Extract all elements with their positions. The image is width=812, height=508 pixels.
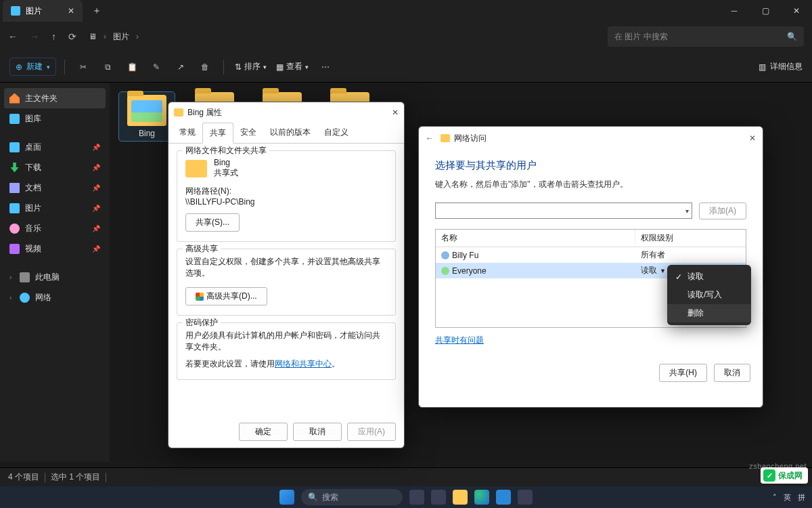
- network-center-link[interactable]: 网络和共享中心: [275, 359, 332, 368]
- dialog-titlebar[interactable]: Bing 属性 ✕: [168, 102, 404, 123]
- sidebar-item-thispc[interactable]: ›此电脑: [4, 267, 106, 287]
- folder-bing[interactable]: Bing: [119, 92, 175, 141]
- share-button[interactable]: 共享(S)...: [185, 213, 240, 232]
- delete-icon[interactable]: 🗑: [195, 57, 215, 77]
- group-title: 网络文件和文件夹共享: [183, 145, 269, 156]
- expand-icon[interactable]: ›: [9, 274, 12, 281]
- cancel-button[interactable]: 取消: [714, 364, 750, 382]
- ime-indicator[interactable]: 英: [784, 492, 791, 503]
- menu-readwrite[interactable]: 读取/写入: [667, 286, 751, 304]
- col-permission[interactable]: 权限级别: [635, 230, 746, 247]
- menu-label: 读取/写入: [687, 289, 722, 301]
- share-button[interactable]: 共享(H): [659, 364, 707, 382]
- permission-menu: ✓读取 读取/写入 删除: [667, 265, 751, 325]
- system-tray[interactable]: ˄ 英 拼: [773, 492, 805, 503]
- tab-general[interactable]: 常规: [173, 123, 202, 143]
- advanced-share-button[interactable]: 高级共享(D)...: [185, 287, 267, 305]
- thispc-icon: 🖥: [89, 32, 97, 41]
- user-row[interactable]: Billy Fu 所有者: [436, 247, 746, 263]
- share-icon[interactable]: ↗: [171, 57, 191, 77]
- sidebar-label: 图库: [25, 113, 41, 125]
- copy-icon[interactable]: ⧉: [97, 57, 118, 77]
- search-input[interactable]: 在 图片 中搜索 🔍: [608, 26, 804, 47]
- rename-icon[interactable]: ✎: [146, 57, 166, 77]
- watermark-text: 保成网: [778, 470, 803, 482]
- music-icon: [9, 224, 20, 234]
- apply-button[interactable]: 应用(A): [347, 423, 396, 441]
- close-icon[interactable]: ✕: [392, 108, 399, 117]
- sidebar-label: 视频: [25, 243, 41, 255]
- tab-share[interactable]: 共享: [202, 123, 233, 144]
- menu-remove[interactable]: 删除: [667, 304, 751, 322]
- breadcrumb-pictures[interactable]: 图片: [113, 31, 129, 43]
- tab-custom[interactable]: 自定义: [317, 123, 355, 143]
- search-placeholder: 在 图片 中搜索: [614, 31, 668, 43]
- start-button[interactable]: [279, 490, 294, 505]
- expand-icon[interactable]: ›: [9, 294, 12, 301]
- tray-chevron-icon[interactable]: ˄: [773, 493, 777, 502]
- details-pane-button[interactable]: ▥详细信息: [759, 61, 803, 72]
- new-label: 新建: [26, 61, 43, 72]
- pin-icon: 📌: [92, 225, 100, 232]
- tab-security[interactable]: 安全: [233, 123, 263, 143]
- sidebar-item-desktop[interactable]: 桌面📌: [4, 137, 106, 157]
- sidebar-item-music[interactable]: 音乐📌: [4, 218, 106, 238]
- user-combobox[interactable]: ▾: [435, 203, 692, 219]
- col-name[interactable]: 名称: [436, 230, 635, 247]
- close-icon[interactable]: ✕: [749, 133, 756, 143]
- add-button[interactable]: 添加(A): [699, 203, 746, 219]
- tab-previous[interactable]: 以前的版本: [263, 123, 317, 143]
- pwd-change-prefix: 若要更改此设置，请使用: [185, 359, 275, 368]
- refresh-icon[interactable]: ⟳: [68, 31, 76, 42]
- back-icon[interactable]: ←: [426, 133, 434, 143]
- window-tab[interactable]: 图片 ✕: [3, 0, 83, 22]
- forward-icon[interactable]: →: [30, 31, 39, 42]
- up-icon[interactable]: ↑: [51, 31, 56, 42]
- sidebar-item-gallery[interactable]: 图库: [4, 108, 106, 129]
- task-icon[interactable]: [409, 490, 424, 505]
- watermark-badge: 保成网: [761, 467, 808, 484]
- help-link[interactable]: 共享时有问题: [435, 335, 484, 345]
- chevron-down-icon: ▾: [685, 207, 689, 215]
- folder-icon: [127, 95, 166, 126]
- folder-label: Bing: [119, 129, 175, 138]
- pin-icon: 📌: [92, 164, 100, 171]
- explorer-taskbar-icon[interactable]: [453, 490, 468, 505]
- maximize-button[interactable]: ▢: [750, 0, 781, 22]
- address-bar[interactable]: 🖥 › 图片 ›: [89, 31, 139, 43]
- sidebar-item-home[interactable]: 主文件夹: [4, 88, 106, 108]
- ime-mode[interactable]: 拼: [798, 492, 805, 503]
- sidebar-item-network[interactable]: ›网络: [4, 287, 106, 308]
- ok-button[interactable]: 确定: [239, 423, 288, 441]
- sort-button[interactable]: ⇅排序▾: [232, 61, 269, 72]
- paste-icon[interactable]: 📋: [122, 57, 142, 77]
- taskbar-search[interactable]: 🔍搜索: [301, 489, 403, 505]
- cancel-button[interactable]: 取消: [293, 423, 342, 441]
- sidebar-item-videos[interactable]: 视频📌: [4, 238, 106, 259]
- close-tab-icon[interactable]: ✕: [68, 6, 74, 16]
- document-icon: [9, 183, 20, 193]
- properties-tabs: 常规 共享 安全 以前的版本 自定义: [168, 123, 404, 144]
- task-icon[interactable]: [496, 490, 511, 505]
- sidebar-label: 音乐: [25, 223, 41, 234]
- shield-icon: [763, 469, 775, 482]
- sidebar-item-pictures[interactable]: 图片📌: [4, 198, 106, 218]
- task-icon[interactable]: [431, 490, 446, 505]
- back-icon[interactable]: ←: [8, 31, 18, 42]
- new-button[interactable]: ⊕ 新建 ▾: [9, 58, 56, 76]
- sidebar-item-downloads[interactable]: 下载📌: [4, 157, 106, 177]
- user-icon: [441, 251, 449, 259]
- chevron-down-icon[interactable]: ▼: [660, 268, 666, 274]
- titlebar: 图片 ✕ ＋ ─ ▢ ✕: [0, 0, 812, 22]
- close-window-button[interactable]: ✕: [781, 0, 812, 22]
- minimize-button[interactable]: ─: [719, 0, 750, 22]
- edge-taskbar-icon[interactable]: [474, 490, 489, 505]
- view-button[interactable]: ▦查看▾: [273, 61, 311, 72]
- new-tab-button[interactable]: ＋: [92, 5, 102, 17]
- more-icon[interactable]: ⋯: [315, 57, 336, 77]
- menu-read[interactable]: ✓读取: [667, 268, 751, 286]
- task-icon[interactable]: [518, 490, 533, 505]
- sidebar-item-documents[interactable]: 文档📌: [4, 177, 106, 198]
- cut-icon[interactable]: ✂: [73, 57, 93, 77]
- sidebar-label: 下载: [25, 162, 41, 173]
